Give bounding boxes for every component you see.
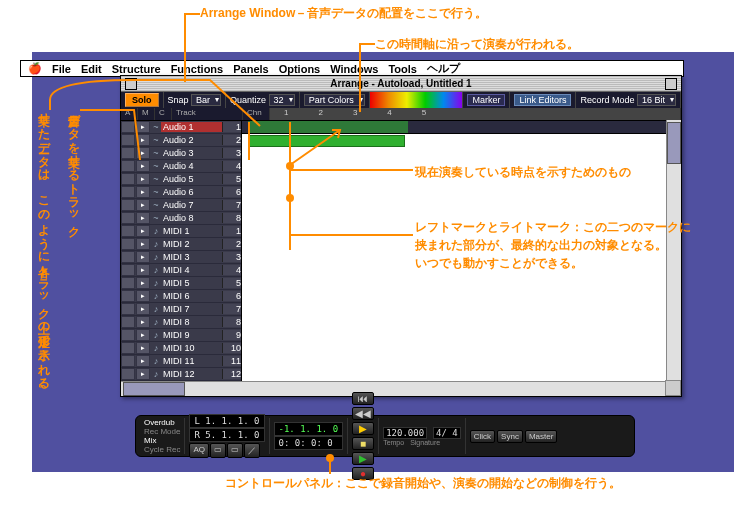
audio-region[interactable] [248, 135, 405, 147]
track-mute-icon[interactable] [121, 342, 135, 354]
track-mute-icon[interactable] [121, 199, 135, 211]
play-button[interactable]: ▶ [352, 422, 374, 435]
window-titlebar[interactable]: Arrange - Autoload, Untitled 1 [121, 76, 681, 92]
timesig-value[interactable]: 4/ 4 [433, 427, 461, 439]
scroll-thumb-h[interactable] [123, 382, 185, 396]
tempo-display[interactable]: 120.000 4/ 4 Tempo Signature [379, 418, 466, 454]
track-row[interactable]: ▸♪MIDI 1010 [121, 342, 241, 355]
recordmode-dropdown[interactable]: 16 Bit [637, 94, 676, 106]
track-mute-icon[interactable] [121, 355, 135, 367]
tool-btn-3[interactable]: ／ [244, 443, 260, 458]
track-row[interactable]: ▸♪MIDI 11 [121, 225, 241, 238]
track-row[interactable]: ▸♪MIDI 88 [121, 316, 241, 329]
menu-structure[interactable]: Structure [112, 63, 161, 75]
track-output-icon[interactable]: ▸ [136, 225, 150, 237]
marker-button[interactable]: Marker [467, 94, 505, 106]
track-list[interactable]: ▸~Audio 11▸~Audio 22▸~Audio 33▸~Audio 44… [121, 121, 242, 383]
menu-file[interactable]: File [52, 63, 71, 75]
linkeditors-button[interactable]: Link Editors [514, 94, 571, 106]
track-row[interactable]: ▸~Audio 66 [121, 186, 241, 199]
track-output-icon[interactable]: ▸ [136, 264, 150, 276]
track-mute-icon[interactable] [121, 329, 135, 341]
track-mute-icon[interactable] [121, 264, 135, 276]
zoom-box[interactable] [665, 78, 677, 90]
menu-options[interactable]: Options [279, 63, 321, 75]
menu-windows[interactable]: Windows [330, 63, 378, 75]
cycle-locator-range[interactable] [248, 121, 408, 133]
track-row[interactable]: ▸~Audio 55 [121, 173, 241, 186]
track-mute-icon[interactable] [121, 160, 135, 172]
track-mute-icon[interactable] [121, 316, 135, 328]
track-output-icon[interactable]: ▸ [136, 186, 150, 198]
track-row[interactable]: ▸♪MIDI 44 [121, 264, 241, 277]
track-output-icon[interactable]: ▸ [136, 355, 150, 367]
solo-button[interactable]: Solo [125, 93, 159, 107]
track-mute-icon[interactable] [121, 225, 135, 237]
menu-tools[interactable]: Tools [388, 63, 417, 75]
stop-button[interactable]: ■ [352, 437, 374, 450]
track-mute-icon[interactable] [121, 147, 135, 159]
track-row[interactable]: ▸♪MIDI 66 [121, 290, 241, 303]
track-output-icon[interactable]: ▸ [136, 121, 150, 133]
menu-edit[interactable]: Edit [81, 63, 102, 75]
mode-cyclerec[interactable]: Cycle Rec [144, 445, 180, 454]
track-row[interactable]: ▸♪MIDI 55 [121, 277, 241, 290]
track-output-icon[interactable]: ▸ [136, 329, 150, 341]
grow-box[interactable] [665, 380, 681, 396]
color-swatch-bar[interactable] [370, 92, 464, 108]
snap-dropdown[interactable]: Bar [191, 94, 221, 106]
track-row[interactable]: ▸~Audio 88 [121, 212, 241, 225]
menu-help[interactable]: ヘルプ [427, 61, 460, 76]
track-output-icon[interactable]: ▸ [136, 303, 150, 315]
aq-button[interactable]: AQ [189, 443, 209, 458]
master-button[interactable]: Master [525, 430, 557, 443]
track-mute-icon[interactable] [121, 134, 135, 146]
track-row[interactable]: ▸♪MIDI 77 [121, 303, 241, 316]
track-mute-icon[interactable] [121, 251, 135, 263]
track-mute-icon[interactable] [121, 303, 135, 315]
track-output-icon[interactable]: ▸ [136, 342, 150, 354]
track-row[interactable]: ▸♪MIDI 22 [121, 238, 241, 251]
menu-panels[interactable]: Panels [233, 63, 268, 75]
tool-btn-2[interactable]: ▭ [227, 443, 243, 458]
partcolors-dropdown[interactable]: Part Colors [304, 94, 365, 106]
track-mute-icon[interactable] [121, 238, 135, 250]
rewind-button[interactable]: ◀◀ [352, 407, 374, 420]
track-mute-icon[interactable] [121, 121, 135, 133]
menu-functions[interactable]: Functions [171, 63, 224, 75]
track-row[interactable]: ▸~Audio 22 [121, 134, 241, 147]
track-output-icon[interactable]: ▸ [136, 368, 150, 380]
track-row[interactable]: ▸♪MIDI 99 [121, 329, 241, 342]
close-box[interactable] [125, 78, 137, 90]
track-row[interactable]: ▸♪MIDI 1212 [121, 368, 241, 381]
scroll-thumb-v[interactable] [667, 122, 681, 164]
mode-mix[interactable]: Mix [144, 436, 180, 445]
track-row[interactable]: ▸♪MIDI 1111 [121, 355, 241, 368]
track-output-icon[interactable]: ▸ [136, 199, 150, 211]
mode-overdub[interactable]: Overdub [144, 418, 180, 427]
track-output-icon[interactable]: ▸ [136, 290, 150, 302]
rewind-start-button[interactable]: ⏮ [352, 392, 374, 405]
time-counter[interactable]: 0: 0: 0: 0 [274, 436, 344, 450]
track-mute-icon[interactable] [121, 368, 135, 380]
click-button[interactable]: Click [470, 430, 495, 443]
track-row[interactable]: ▸~Audio 33 [121, 147, 241, 160]
locator-display[interactable]: L 1. 1. 1. 0 R 5. 1. 1. 0 AQ ▭ ▭ ／ [185, 418, 269, 454]
track-output-icon[interactable]: ▸ [136, 134, 150, 146]
track-output-icon[interactable]: ▸ [136, 238, 150, 250]
track-mute-icon[interactable] [121, 173, 135, 185]
track-output-icon[interactable]: ▸ [136, 147, 150, 159]
track-row[interactable]: ▸~Audio 11 [121, 121, 241, 134]
position-display[interactable]: -1. 1. 1. 0 0: 0: 0: 0 [270, 418, 349, 454]
bars-counter[interactable]: -1. 1. 1. 0 [274, 422, 344, 436]
scrollbar-horizontal[interactable] [121, 381, 667, 396]
sync-button[interactable]: Sync [497, 430, 523, 443]
tempo-value[interactable]: 120.000 [383, 427, 427, 439]
track-output-icon[interactable]: ▸ [136, 251, 150, 263]
track-mute-icon[interactable] [121, 212, 135, 224]
tool-btn-1[interactable]: ▭ [210, 443, 226, 458]
track-row[interactable]: ▸♪MIDI 33 [121, 251, 241, 264]
mode-recmode[interactable]: Rec Mode [144, 427, 180, 436]
track-mute-icon[interactable] [121, 277, 135, 289]
time-ruler[interactable] [242, 121, 681, 134]
